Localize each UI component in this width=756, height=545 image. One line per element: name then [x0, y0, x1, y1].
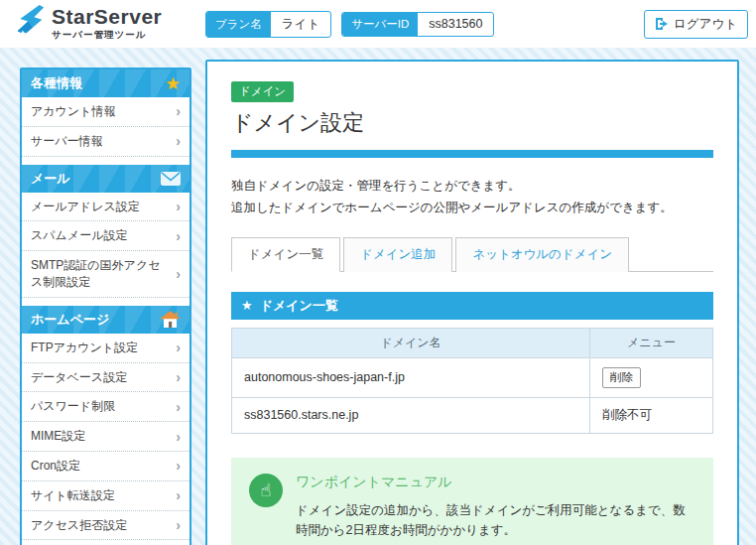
sidebar-item-label: パスワード制限	[31, 398, 115, 415]
chevron-right-icon: ›	[176, 429, 181, 445]
tab-ネットオウルのドメイン[interactable]: ネットオウルのドメイン	[455, 237, 629, 272]
sidebar-item[interactable]: SMTP認証の国外アクセス制限設定›	[22, 251, 189, 298]
chevron-right-icon: ›	[176, 266, 181, 282]
sidebar-item-label: メールアドレス設定	[31, 199, 140, 215]
domain-name-cell: ss831560.stars.ne.jp	[232, 397, 590, 433]
star-icon: ★	[241, 298, 253, 313]
sidebar-item[interactable]: アカウント情報›	[22, 97, 189, 127]
page-description: 独自ドメインの設定・管理を行うことができます。 追加したドメインでホームページの…	[231, 176, 713, 219]
sidebar-item[interactable]: スパムメール設定›	[22, 221, 189, 251]
server-id-value: ss831560	[418, 13, 493, 36]
chevron-right-icon: ›	[176, 133, 181, 149]
pointing-hand-icon: ☝	[249, 474, 283, 507]
table-row: ss831560.stars.ne.jp削除不可	[232, 397, 713, 433]
sidebar-section-header: メール	[22, 165, 189, 193]
plan-badge: プラン名 ライト	[205, 11, 331, 38]
logout-icon	[655, 17, 669, 31]
sidebar: 各種情報★アカウント情報›サーバー情報›メールメールアドレス設定›スパムメール設…	[20, 68, 191, 545]
section-header-label: ドメイン一覧	[260, 297, 338, 315]
logout-button[interactable]: ログアウト	[644, 10, 748, 39]
sidebar-item[interactable]: パスワード制限›	[22, 392, 189, 422]
sidebar-item[interactable]: 簡単インストール›	[22, 540, 189, 545]
sidebar-item-label: アカウント情報	[31, 103, 115, 120]
column-header-menu: メニュー	[590, 328, 713, 357]
logout-label: ログアウト	[674, 16, 737, 33]
tab-ドメイン一覧[interactable]: ドメイン一覧	[231, 237, 340, 272]
domain-name-cell: autonomous-shoes-japan-f.jp	[232, 357, 590, 397]
sidebar-item-label: SMTP認証の国外アクセス制限設定	[31, 257, 170, 291]
title-divider	[231, 150, 713, 158]
domain-table-body: autonomous-shoes-japan-f.jp削除ss831560.st…	[232, 357, 713, 433]
sidebar-section-2: メールメールアドレス設定›スパムメール設定›SMTP認証の国外アクセス制限設定›	[22, 165, 189, 298]
logo-title: StarServer	[52, 6, 162, 27]
domain-list-section-header: ★ ドメイン一覧	[231, 292, 713, 320]
sidebar-item-label: サイト転送設定	[31, 487, 115, 504]
starserver-logo-icon	[15, 4, 45, 45]
server-id-label: サーバーID	[342, 13, 418, 36]
description-line: 追加したドメインでホームページの公開やメールアドレスの作成ができます。	[231, 198, 713, 219]
sidebar-item-label: MIME設定	[31, 428, 85, 445]
description-line: 独自ドメインの設定・管理を行うことができます。	[231, 176, 713, 198]
sidebar-item-label: FTPアカウント設定	[31, 340, 138, 356]
sidebar-item-label: スパムメール設定	[31, 227, 127, 244]
one-point-manual-box: ☝ ワンポイントマニュアル ドメイン設定の追加から、該当ドメインがご利用可能とな…	[231, 458, 713, 545]
sidebar-item-label: Cron設定	[31, 458, 80, 475]
page-body: 各種情報★アカウント情報›サーバー情報›メールメールアドレス設定›スパムメール設…	[0, 48, 756, 545]
chevron-right-icon: ›	[176, 399, 181, 415]
sidebar-section-title: メール	[31, 170, 70, 188]
logo-text: StarServer サーバー管理ツール	[52, 6, 162, 42]
sidebar-item[interactable]: Cron設定›	[22, 452, 189, 481]
menu-cell: 削除	[590, 357, 713, 397]
chevron-right-icon: ›	[176, 103, 181, 119]
sidebar-item[interactable]: アクセス拒否設定›	[22, 511, 189, 541]
column-header-domain: ドメイン名	[232, 328, 590, 357]
sidebar-item[interactable]: FTPアカウント設定›	[22, 334, 189, 363]
chevron-right-icon: ›	[176, 458, 181, 474]
sidebar-item[interactable]: サイト転送設定›	[22, 481, 189, 511]
domain-tabs: ドメイン一覧ドメイン追加ネットオウルのドメイン	[231, 237, 713, 272]
server-id-badge: サーバーID ss831560	[341, 12, 494, 37]
manual-paragraphs: ドメイン設定の追加から、該当ドメインがご利用可能となるまで、数時間から2日程度お…	[296, 500, 695, 545]
category-badge: ドメイン	[231, 81, 294, 102]
sidebar-section-1: 各種情報★アカウント情報›サーバー情報›	[22, 69, 189, 157]
home-icon	[160, 311, 181, 328]
manual-content: ワンポイントマニュアル ドメイン設定の追加から、該当ドメインがご利用可能となるま…	[296, 474, 695, 545]
starserver-logo[interactable]: StarServer サーバー管理ツール	[15, 4, 205, 45]
sidebar-section-title: ホームページ	[31, 311, 109, 329]
chevron-right-icon: ›	[176, 340, 181, 355]
sidebar-item[interactable]: データベース設定›	[22, 363, 189, 393]
sidebar-section-3: ホームページFTPアカウント設定›データベース設定›パスワード制限›MIME設定…	[22, 306, 189, 545]
top-header: StarServer サーバー管理ツール プラン名 ライト サーバーID ss8…	[0, 0, 756, 48]
chevron-right-icon: ›	[176, 228, 181, 244]
sidebar-section-header: 各種情報★	[22, 69, 189, 97]
sidebar-item[interactable]: メールアドレス設定›	[22, 193, 189, 222]
chevron-right-icon: ›	[176, 199, 181, 214]
logo-subtitle: サーバー管理ツール	[52, 29, 162, 42]
table-header-row: ドメイン名 メニュー	[232, 328, 713, 357]
sidebar-section-header: ホームページ	[22, 306, 189, 334]
chevron-right-icon: ›	[176, 369, 181, 385]
mail-icon	[161, 172, 181, 186]
menu-cell: 削除不可	[590, 397, 713, 433]
domain-table: ドメイン名 メニュー autonomous-shoes-japan-f.jp削除…	[231, 328, 713, 434]
sidebar-item[interactable]: サーバー情報›	[22, 127, 189, 157]
plan-label: プラン名	[206, 12, 271, 37]
sidebar-item[interactable]: MIME設定›	[22, 422, 189, 452]
delete-button[interactable]: 削除	[602, 367, 641, 388]
chevron-right-icon: ›	[176, 517, 181, 533]
sidebar-item-label: アクセス拒否設定	[31, 517, 127, 534]
plan-value: ライト	[271, 12, 330, 37]
page-title: ドメイン設定	[231, 108, 713, 138]
sidebar-item-label: データベース設定	[31, 369, 127, 386]
delete-disabled-label: 削除不可	[602, 408, 652, 422]
manual-title: ワンポイントマニュアル	[296, 474, 695, 491]
main-panel: ドメイン ドメイン設定 独自ドメインの設定・管理を行うことができます。 追加した…	[205, 60, 739, 545]
table-row: autonomous-shoes-japan-f.jp削除	[232, 357, 713, 397]
tab-ドメイン追加[interactable]: ドメイン追加	[343, 237, 452, 272]
chevron-right-icon: ›	[176, 487, 181, 503]
manual-paragraph: ドメイン設定の追加から、該当ドメインがご利用可能となるまで、数時間から2日程度お…	[296, 500, 695, 541]
sidebar-item-label: サーバー情報	[31, 133, 103, 150]
sidebar-section-title: 各種情報	[31, 74, 82, 92]
star-icon: ★	[166, 75, 181, 92]
